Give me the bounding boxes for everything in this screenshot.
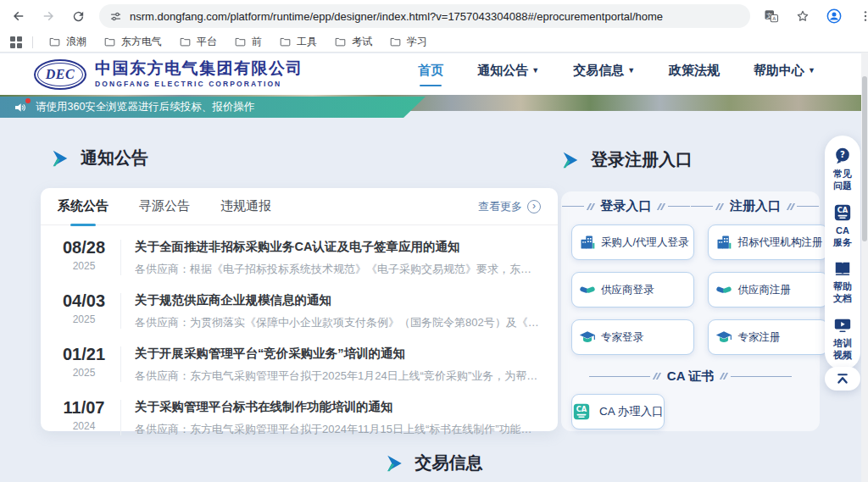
bookmark-folder[interactable]: 工具: [274, 33, 322, 51]
notice-list-item[interactable]: 08/28 2025 关于全面推进非招标采购业务CA认证及电子签章应用的通知 各…: [41, 230, 558, 284]
tab-violation-reports[interactable]: 违规通报: [220, 188, 271, 225]
site-info-icon[interactable]: [109, 10, 122, 23]
sidebar-item-help-docs[interactable]: 帮助文档: [832, 259, 853, 305]
notice-tabs: 系统公告 寻源公告 违规通报 查看更多 ›: [41, 188, 558, 225]
notice-year: 2025: [58, 313, 110, 325]
translate-icon[interactable]: 文A: [763, 8, 780, 25]
scrollbar-thumb[interactable]: [862, 76, 867, 241]
divider: [120, 240, 121, 275]
divider: [120, 346, 121, 382]
collapse-sidebar-button[interactable]: [825, 367, 860, 391]
dec-logo-icon: DEC: [34, 59, 86, 90]
notice-date: 11/07: [58, 398, 110, 418]
supplier-login-button[interactable]: 供应商登录: [571, 272, 694, 307]
bookmark-label: 学习: [407, 35, 427, 49]
scrollbar-track: [861, 53, 868, 482]
site-header: DEC 中国东方电气集团有限公司 DONGFANG ELECTRIC CORPO…: [0, 53, 868, 95]
buyer-agent-login-button[interactable]: 采购人/代理人登录: [571, 224, 694, 260]
login-section-title: 登录注册入口: [561, 148, 693, 171]
bookmark-folder[interactable]: 东方电气: [98, 33, 167, 51]
notice-list-item[interactable]: 01/21 2025 关于开展采购管理平台“竞价采购业务”培训的通知 各供应商：…: [41, 337, 558, 391]
notice-summary: 各供应商：东方电气采购管理平台拟于2025年1月24日上线“竞价采购”业务，为帮…: [135, 368, 541, 384]
notice-list-item[interactable]: 04/03 2025 关于规范供应商企业规模信息的通知 各供应商：为贯彻落实《保…: [41, 284, 558, 337]
sidebar-item-ca-service[interactable]: CA CA服务: [832, 203, 853, 249]
svg-text:CA: CA: [576, 405, 587, 413]
svg-text:?: ?: [840, 150, 845, 159]
nav-notices[interactable]: 通知公告▼: [477, 63, 539, 86]
folder-icon: [48, 36, 61, 48]
bidding-agency-register-button[interactable]: 招标代理机构注册: [708, 224, 828, 260]
bookmark-label: 东方电气: [121, 35, 162, 49]
caret-down-icon: ▼: [808, 66, 815, 75]
browser-menu-icon[interactable]: [857, 8, 868, 25]
expert-register-button[interactable]: 专家注册: [708, 319, 828, 355]
apps-grid-icon[interactable]: [10, 36, 22, 48]
notification-dot: [25, 98, 31, 103]
notice-section-title: 通知公告: [51, 147, 148, 169]
sidebar-item-label: 常见问题: [832, 168, 853, 192]
url-bar[interactable]: nsrm.dongfang.com/platform/runtime/epp/d…: [99, 4, 750, 28]
bookmark-folder[interactable]: 考试: [329, 33, 377, 51]
section-arrow-icon: [51, 149, 70, 168]
notice-list-item[interactable]: 11/07 2024 关于采购管理平台标书在线制作功能培训的通知 各供应商：东方…: [41, 391, 558, 444]
quick-access-sidebar: ? 常见问题 CA CA服务 帮助文档 培训视频: [825, 136, 860, 370]
notice-summary: 各供应商：根据《电子招标投标系统技术规范》《电子采购交易规范》要求，东方电气采购…: [135, 262, 541, 277]
page-main: 通知公告 系统公告 寻源公告 违规通报 查看更多 › 08/28 2025 关于…: [0, 111, 868, 482]
folder-icon: [279, 36, 292, 48]
ca-group-header: CA 证书: [561, 368, 820, 384]
notice-summary: 各供应商：为贯彻落实《保障中小企业款项支付条例》（国务院令第802号）及《中小企…: [135, 315, 541, 330]
folder-icon: [179, 36, 192, 48]
notice-date: 08/28: [58, 238, 110, 258]
tab-system-notices[interactable]: 系统公告: [58, 188, 108, 225]
sidebar-item-label: CA服务: [832, 224, 853, 249]
folder-icon: [234, 36, 247, 48]
bookmark-folder[interactable]: 平台: [174, 33, 222, 51]
reload-icon[interactable]: [70, 8, 86, 25]
ca-apply-button[interactable]: CA CA 办理入口: [571, 394, 665, 429]
forward-icon[interactable]: [40, 8, 57, 25]
trade-section-title: 交易信息: [386, 452, 483, 474]
bookmark-star-icon[interactable]: [794, 8, 811, 25]
notice-title: 关于全面推进非招标采购业务CA认证及电子签章应用的通知: [135, 239, 541, 255]
section-arrow-icon: [561, 151, 580, 169]
browser-toolbar: nsrm.dongfang.com/platform/runtime/epp/d…: [0, 0, 868, 32]
back-icon[interactable]: [10, 8, 27, 25]
notice-date: 01/21: [58, 345, 110, 364]
notice-year: 2024: [58, 420, 110, 432]
nav-trade-info[interactable]: 交易信息▼: [573, 63, 635, 86]
bookmark-label: 平台: [197, 35, 217, 49]
profile-avatar-icon[interactable]: [826, 8, 843, 25]
caret-down-icon: ▼: [531, 66, 539, 75]
folder-icon: [334, 36, 347, 48]
sidebar-item-training-videos[interactable]: 培训视频: [832, 316, 853, 362]
chevron-right-circle-icon: ›: [527, 200, 541, 213]
notice-year: 2025: [58, 260, 110, 272]
folder-icon: [103, 36, 116, 48]
tab-sourcing-notices[interactable]: 寻源公告: [139, 188, 190, 225]
bookmark-folder[interactable]: 前: [229, 33, 267, 51]
notice-card: 系统公告 寻源公告 违规通报 查看更多 › 08/28 2025 关于全面推进非…: [41, 188, 558, 431]
company-logo[interactable]: DEC 中国东方电气集团有限公司 DONGFANG ELECTRIC CORPO…: [34, 59, 303, 90]
ca-badge-icon: CA: [572, 402, 591, 421]
ca-badge-icon: CA: [833, 203, 852, 222]
expert-login-button[interactable]: 专家登录: [571, 319, 694, 355]
bookmark-label: 考试: [352, 35, 372, 49]
graduation-cap-icon: [579, 329, 596, 346]
supplier-register-button[interactable]: 供应商注册: [708, 272, 828, 307]
divider: [120, 400, 121, 435]
url-text: nsrm.dongfang.com/platform/runtime/epp/d…: [130, 10, 663, 23]
notice-list: 08/28 2025 关于全面推进非招标采购业务CA认证及电子签章应用的通知 各…: [41, 225, 558, 444]
document-icon: [833, 259, 852, 278]
sidebar-item-faq[interactable]: ? 常见问题: [832, 147, 853, 192]
bookmark-folder[interactable]: 浪潮: [43, 33, 92, 51]
nav-home[interactable]: 首页: [418, 63, 443, 86]
graduation-cap-icon: [715, 329, 732, 346]
svg-text:CA: CA: [837, 206, 849, 214]
nav-policies[interactable]: 政策法规: [669, 63, 720, 86]
company-name: 中国东方电气集团有限公司: [95, 60, 303, 78]
nav-help-center[interactable]: 帮助中心▼: [754, 63, 815, 86]
bookmark-folder[interactable]: 学习: [384, 33, 432, 51]
section-arrow-icon: [386, 454, 404, 473]
login-group-header: 登录入口: [561, 198, 691, 214]
view-more-link[interactable]: 查看更多 ›: [478, 199, 541, 214]
